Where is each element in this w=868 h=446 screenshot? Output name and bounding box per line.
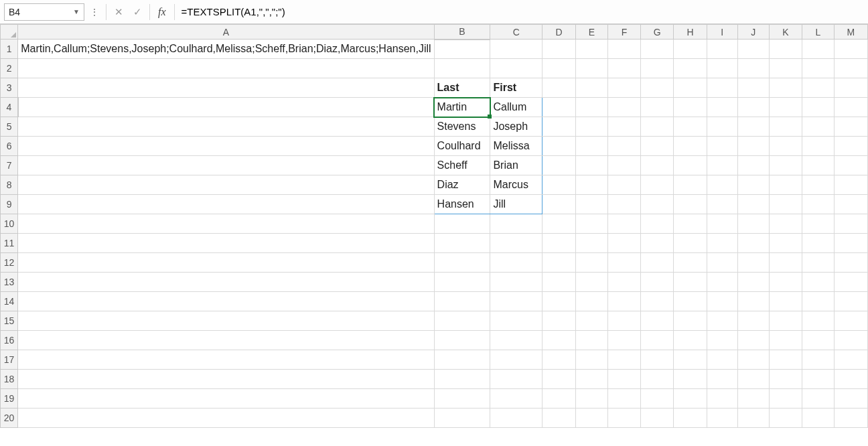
cell[interactable]: [640, 253, 674, 273]
cell[interactable]: [542, 350, 575, 370]
cell[interactable]: [834, 40, 867, 59]
row-header[interactable]: 3: [1, 78, 18, 98]
cell[interactable]: [640, 195, 674, 214]
cell[interactable]: [575, 98, 608, 117]
cell[interactable]: [640, 408, 674, 428]
cell[interactable]: [737, 137, 770, 156]
fx-icon[interactable]: fx: [154, 6, 170, 18]
cell[interactable]: [18, 370, 434, 389]
cell[interactable]: [434, 389, 490, 408]
cell[interactable]: [707, 311, 737, 331]
cell[interactable]: [640, 350, 674, 370]
cell[interactable]: [542, 311, 575, 331]
cell[interactable]: [575, 253, 608, 273]
cell[interactable]: [674, 78, 707, 98]
cell[interactable]: [542, 156, 575, 175]
cell[interactable]: [770, 78, 802, 98]
cell[interactable]: [608, 98, 640, 117]
cell[interactable]: [18, 78, 434, 98]
cell[interactable]: [640, 370, 674, 389]
cell[interactable]: [490, 40, 542, 59]
row-header[interactable]: 18: [1, 370, 18, 389]
cell[interactable]: [608, 408, 640, 428]
cell[interactable]: [608, 78, 640, 98]
cell[interactable]: [674, 389, 707, 408]
cell[interactable]: [640, 389, 674, 408]
cell[interactable]: [707, 59, 737, 78]
row-header[interactable]: 19: [1, 389, 18, 408]
cell[interactable]: [18, 195, 434, 214]
cell[interactable]: [802, 59, 834, 78]
cell[interactable]: [575, 117, 608, 137]
row-header[interactable]: 5: [1, 117, 18, 137]
cell[interactable]: [608, 370, 640, 389]
cell[interactable]: [802, 389, 834, 408]
cell[interactable]: [802, 234, 834, 253]
cell[interactable]: [802, 370, 834, 389]
cell[interactable]: [542, 137, 575, 156]
cell[interactable]: [707, 175, 737, 195]
row-header[interactable]: 20: [1, 408, 18, 428]
cell[interactable]: [608, 253, 640, 273]
cell[interactable]: [608, 350, 640, 370]
cell[interactable]: [737, 311, 770, 331]
cell[interactable]: [640, 331, 674, 350]
cell[interactable]: [802, 195, 834, 214]
cell[interactable]: [608, 156, 640, 175]
cell[interactable]: [575, 331, 608, 350]
cell[interactable]: [674, 156, 707, 175]
cell[interactable]: [575, 350, 608, 370]
cell[interactable]: [542, 408, 575, 428]
cell[interactable]: [490, 292, 542, 311]
cell[interactable]: [737, 253, 770, 273]
cell[interactable]: [575, 156, 608, 175]
cell[interactable]: [490, 331, 542, 350]
cell[interactable]: [18, 292, 434, 311]
cancel-button[interactable]: ✕: [111, 4, 127, 20]
cell[interactable]: [490, 273, 542, 292]
cell[interactable]: [490, 389, 542, 408]
cell[interactable]: [542, 195, 575, 214]
cell[interactable]: [707, 350, 737, 370]
cell[interactable]: [802, 331, 834, 350]
cell[interactable]: [834, 117, 867, 137]
cell[interactable]: [640, 40, 674, 59]
cell[interactable]: [802, 408, 834, 428]
cell[interactable]: [834, 408, 867, 428]
cell[interactable]: [834, 214, 867, 234]
cell[interactable]: [737, 214, 770, 234]
cell[interactable]: [770, 273, 802, 292]
cell[interactable]: [608, 117, 640, 137]
cell[interactable]: [575, 292, 608, 311]
cell[interactable]: [674, 311, 707, 331]
cell[interactable]: [640, 175, 674, 195]
cell[interactable]: [770, 117, 802, 137]
cell[interactable]: [674, 292, 707, 311]
cell[interactable]: [18, 408, 434, 428]
cell[interactable]: [737, 175, 770, 195]
row-header[interactable]: 10: [1, 214, 18, 234]
cell[interactable]: [770, 370, 802, 389]
cell[interactable]: [542, 253, 575, 273]
cell[interactable]: [674, 175, 707, 195]
cell[interactable]: [707, 117, 737, 137]
cell[interactable]: [18, 234, 434, 253]
row-header[interactable]: 17: [1, 350, 18, 370]
cell[interactable]: [18, 98, 434, 117]
cell[interactable]: [575, 59, 608, 78]
cell[interactable]: [707, 137, 737, 156]
cell[interactable]: [575, 175, 608, 195]
row-header[interactable]: 16: [1, 331, 18, 350]
cell[interactable]: [737, 350, 770, 370]
cell[interactable]: [834, 389, 867, 408]
cell[interactable]: [434, 253, 490, 273]
cell[interactable]: [434, 292, 490, 311]
cell[interactable]: Jill: [490, 195, 542, 214]
column-header[interactable]: I: [707, 25, 737, 40]
cell[interactable]: [737, 117, 770, 137]
cell[interactable]: First: [490, 78, 542, 98]
cell[interactable]: [490, 253, 542, 273]
cell[interactable]: [834, 78, 867, 98]
cell[interactable]: [802, 117, 834, 137]
cell[interactable]: [575, 78, 608, 98]
